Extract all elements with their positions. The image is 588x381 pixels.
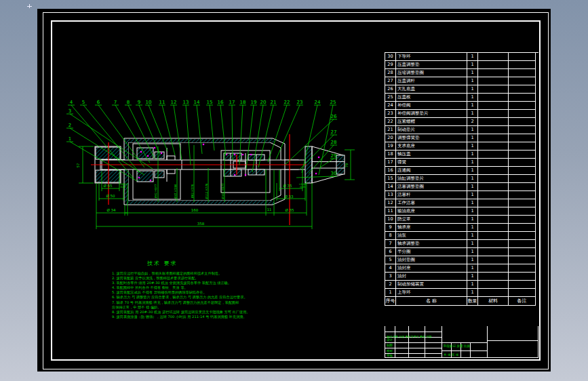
parts-list-cell: [478, 94, 509, 102]
leader-line: [186, 105, 191, 165]
parts-list-cell: 26: [385, 85, 396, 94]
balloon-number: 23: [297, 100, 303, 105]
parts-list-cell: 压紧螺帽: [396, 118, 467, 126]
tb-line: [442, 350, 487, 351]
tech-req-line: 5. 滚筒装配完成后 不得有 异响碰伤明显的锈蚀等缺陷存在。: [112, 290, 315, 295]
balloon-number: 8: [127, 100, 130, 105]
parts-list-cell: 名 称: [396, 297, 467, 306]
leader-line: [320, 159, 334, 167]
parts-list-cell: 1: [467, 183, 478, 191]
parts-list-cell: 调整弹簧垫: [396, 134, 467, 142]
parts-list-cell: 1: [467, 191, 478, 199]
parts-list-cell: 1: [467, 224, 478, 232]
parts-list-cell: [478, 61, 509, 69]
tb-line: [425, 326, 425, 358]
parts-list-cell: 油缸调整垫片: [396, 175, 467, 183]
parts-list-row: 30下导环1: [385, 53, 538, 61]
parts-list-cell: [478, 77, 509, 85]
parts-list-cell: [478, 142, 509, 151]
parts-list-cell: 压盖调整垫: [396, 61, 467, 69]
roller-assembly-outline: [95, 138, 345, 205]
parts-list-row: 19支承底座1: [385, 142, 538, 151]
tb-line: [408, 326, 409, 358]
parts-list-cell: 制动加储装置: [396, 281, 467, 289]
leader-line: [232, 105, 233, 160]
parts-list-cell: [509, 159, 536, 167]
dimension-text: 57: [76, 163, 80, 167]
parts-list-row: 11输油底座1: [385, 207, 538, 216]
leader-line: [197, 105, 202, 154]
tech-req-line: 2. 滚筒装配前 应予以清洗，按图样技术要求进行装配。: [112, 276, 315, 281]
parts-list-cell: 上导环: [396, 289, 467, 297]
parts-list-cell: [509, 126, 536, 134]
balloon-number: 13: [183, 100, 189, 105]
parts-list-cell: [509, 61, 536, 69]
tb-line: [385, 332, 442, 332]
parts-list-cell: 1: [467, 110, 478, 118]
parts-list-row: 3油封1: [385, 273, 538, 281]
balloon-number: 4: [70, 100, 73, 105]
parts-list-cell: [509, 53, 536, 61]
parts-list-cell: [509, 183, 536, 191]
parts-list-cell: [509, 281, 536, 289]
parts-list-cell: 15: [385, 175, 396, 183]
parts-list-cell: [478, 53, 509, 61]
tech-req-lines: 1. 滚筒应运行平稳自如，按相关标准图样规定的图样和技术文件制造。2. 滚筒装配…: [112, 271, 315, 319]
parts-list-cell: 制动垫片: [396, 126, 467, 134]
parts-list-cell: 1: [467, 281, 478, 289]
parts-list-cell: 2: [467, 118, 478, 126]
parts-list-row: 29压盖调整垫1: [385, 61, 538, 69]
parts-list-cell: [509, 142, 536, 151]
parts-list-cell: 21: [385, 126, 396, 134]
parts-list-cell: 压缩调整垫圈: [396, 69, 467, 77]
tb-mid-header: 阶段标记 质量 比例: [444, 344, 486, 348]
tech-req-line: 7. 轴承 70 号 钙基润滑脂 填充，轴承压力与 调整压力的允差不超限定，装配…: [112, 300, 315, 305]
dimension-text: 79: [345, 163, 349, 167]
parts-list-cell: [478, 85, 509, 94]
parts-list-table: 30下导环129压盖调整垫128压缩调整垫圈127压盖调杆126大孔底盖125压…: [385, 52, 538, 306]
parts-list-cell: 11: [385, 207, 396, 216]
parts-list-cell: [478, 102, 509, 110]
parts-list-cell: [509, 167, 536, 175]
parts-list-cell: 1: [467, 167, 478, 175]
dimension-text: 358: [197, 222, 205, 226]
title-block: 标记 处数 分区 更改文件号 签名 日期 设计 制图 校对 审核 阶段标记 质量…: [385, 326, 538, 358]
parts-list-cell: 17: [385, 159, 396, 167]
parts-list-cell: [478, 126, 509, 134]
balloon-number: 15: [207, 100, 213, 105]
leader-line: [162, 105, 175, 155]
dimension-text: Ø42 H8/f7: [154, 184, 157, 198]
parts-list-cell: 油封座: [396, 264, 467, 273]
leader-line: [220, 105, 226, 155]
balloon-number: 14: [194, 100, 200, 105]
parts-list-cell: 1: [467, 134, 478, 142]
tb-label-audit: 审核: [387, 354, 393, 357]
parts-list-cell: 1: [467, 69, 478, 77]
balloon-number: 5: [82, 100, 85, 105]
parts-list-cell: [478, 216, 509, 224]
parts-list-cell: 轴承调整垫: [396, 240, 467, 248]
parts-list-cell: [509, 273, 536, 281]
parts-list-cell: 1: [467, 61, 478, 69]
parts-list-cell: [509, 151, 536, 159]
parts-list-cell: 活塞调整垫圈: [396, 183, 467, 191]
leader-line: [149, 105, 168, 151]
parts-list-cell: [478, 248, 509, 256]
dimension-text: Ø62 H7/f6: [191, 184, 194, 198]
parts-list-cell: 输油底座: [396, 207, 467, 216]
parts-list-cell: 9: [385, 224, 396, 232]
balloon-number: 22: [284, 100, 290, 105]
parts-list-row: 6半分圈1: [385, 248, 538, 256]
balloon-number: 16: [218, 100, 224, 105]
parts-list-row: 15油缸调整垫片1: [385, 175, 538, 183]
parts-list-cell: [478, 118, 509, 126]
parts-list-cell: [509, 118, 536, 126]
parts-list-cell: 支承底座: [396, 142, 467, 151]
parts-list-cell: [478, 273, 509, 281]
dimension-text: Ø 65: [103, 184, 113, 188]
parts-list-cell: 4: [385, 264, 396, 273]
tb-rev-row: 标记 处数 分区 更改文件号 签名 日期: [387, 335, 441, 338]
balloon-number: 29: [331, 153, 337, 159]
parts-list-cell: 8: [385, 232, 396, 240]
parts-list-row: 28压缩调整垫圈1: [385, 69, 538, 77]
